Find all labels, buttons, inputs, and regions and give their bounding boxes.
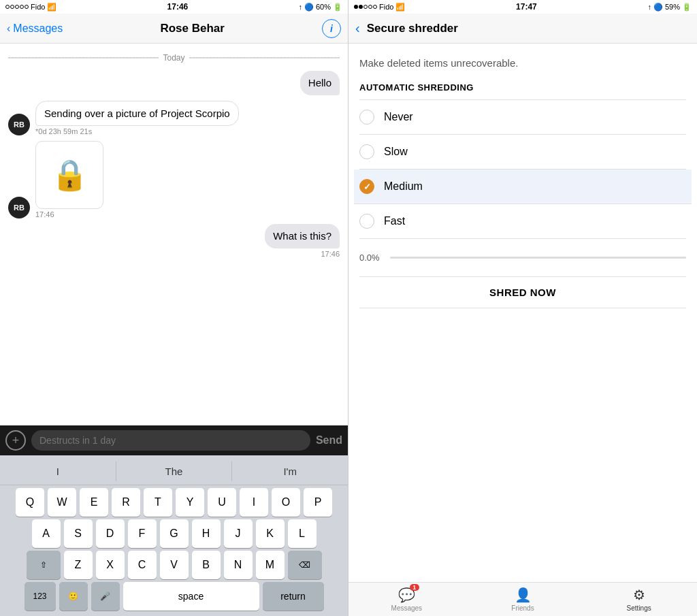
key-i[interactable]: I xyxy=(240,488,268,517)
key-t[interactable]: T xyxy=(144,488,172,517)
key-n[interactable]: N xyxy=(224,551,253,579)
avatar: RB xyxy=(8,197,30,218)
option-label-slow: Slow xyxy=(384,146,408,158)
arrow-icon: ↑ xyxy=(298,3,302,11)
subtitle: Make deleted items unrecoverable. xyxy=(359,57,686,69)
key-k[interactable]: K xyxy=(256,519,285,548)
key-f[interactable]: F xyxy=(128,519,157,548)
battery-pct: 60% xyxy=(316,3,331,11)
key-z[interactable]: Z xyxy=(64,551,93,579)
key-v[interactable]: V xyxy=(160,551,189,579)
left-time: 17:46 xyxy=(167,2,189,12)
table-row: Hello xyxy=(8,71,340,95)
wifi-icon: 📶 xyxy=(47,3,56,12)
key-b[interactable]: B xyxy=(192,551,221,579)
mic-key[interactable]: 🎤 xyxy=(91,582,120,611)
avatar: RB xyxy=(8,114,30,135)
info-button[interactable]: i xyxy=(322,19,341,38)
key-w[interactable]: W xyxy=(48,488,76,517)
left-status-right: ↑ 🔵 60% 🔋 xyxy=(298,3,342,12)
key-g[interactable]: G xyxy=(160,519,189,548)
date-label: Today xyxy=(8,53,340,63)
key-q[interactable]: Q xyxy=(16,488,44,517)
dot4 xyxy=(20,5,24,9)
tab-settings[interactable]: ⚙ Settings xyxy=(581,587,697,612)
dot1 xyxy=(354,5,358,9)
left-panel: Fido 📶 17:46 ↑ 🔵 60% 🔋 ‹ Messages Rose B… xyxy=(0,0,348,616)
key-h[interactable]: H xyxy=(192,519,221,548)
right-status-bar: Fido 📶 17:47 ↑ 🔵 59% 🔋 xyxy=(348,0,697,14)
emoji-key[interactable]: 🙂 xyxy=(59,582,88,611)
dot1 xyxy=(5,5,10,9)
option-never[interactable]: Never xyxy=(359,100,686,135)
suggestion-im[interactable]: I'm xyxy=(232,461,348,481)
shift-key[interactable]: ⇧ xyxy=(27,551,61,579)
table-row: RB Sending over a picture of Project Sco… xyxy=(8,101,340,136)
message-bubble: Hello xyxy=(300,71,340,95)
key-o[interactable]: O xyxy=(272,488,300,517)
delete-key[interactable]: ⌫ xyxy=(288,551,322,579)
left-status-left: Fido 📶 xyxy=(5,3,56,12)
table-row: What is this? 17:46 xyxy=(8,224,340,258)
dot2 xyxy=(10,5,14,9)
chat-area: Today Hello RB Sending over a picture of… xyxy=(0,44,348,425)
plus-button[interactable]: + xyxy=(5,430,26,451)
progress-label: 0.0% xyxy=(359,253,383,263)
right-status-left: Fido 📶 xyxy=(354,3,405,12)
suggestion-i[interactable]: I xyxy=(0,461,116,481)
tab-messages[interactable]: 💬 1 Messages xyxy=(348,587,465,612)
right-back-button[interactable]: ‹ xyxy=(355,20,360,36)
option-label-medium: Medium xyxy=(384,180,423,193)
friends-tab-label: Friends xyxy=(511,604,534,612)
tab-friends[interactable]: 👤 Friends xyxy=(465,587,581,612)
option-medium[interactable]: Medium xyxy=(354,169,692,204)
key-j[interactable]: J xyxy=(224,519,253,548)
dot3 xyxy=(363,5,368,9)
lock-image-bubble: 🔒 xyxy=(35,141,103,209)
option-fast[interactable]: Fast xyxy=(359,204,686,239)
key-l[interactable]: L xyxy=(288,519,317,548)
key-x[interactable]: X xyxy=(96,551,125,579)
key-c[interactable]: C xyxy=(128,551,157,579)
messages-tab-label: Messages xyxy=(391,604,423,612)
suggestion-the[interactable]: The xyxy=(116,461,233,481)
key-r[interactable]: R xyxy=(112,488,140,517)
message-input[interactable] xyxy=(31,430,310,451)
message-meta: *0d 23h 59m 21s xyxy=(35,127,239,135)
key-a[interactable]: A xyxy=(32,519,61,548)
right-nav-title: Secure shredder xyxy=(367,22,458,35)
space-key[interactable]: space xyxy=(123,582,259,611)
key-p[interactable]: P xyxy=(304,488,332,517)
key-s[interactable]: S xyxy=(64,519,93,548)
settings-tab-icon: ⚙ xyxy=(633,587,645,603)
return-key[interactable]: return xyxy=(263,582,324,611)
right-arrow-icon: ↑ xyxy=(647,3,651,11)
key-e[interactable]: E xyxy=(80,488,108,517)
key-d[interactable]: D xyxy=(96,519,125,548)
key-m[interactable]: M xyxy=(256,551,285,579)
message-time: 17:46 xyxy=(35,210,103,218)
option-label-never: Never xyxy=(384,111,413,123)
back-label: Messages xyxy=(13,22,63,35)
message-bubble: Sending over a picture of Project Scorpi… xyxy=(35,101,239,127)
right-signal-dots xyxy=(354,5,377,9)
right-wifi-icon: 📶 xyxy=(395,3,405,12)
settings-tab-label: Settings xyxy=(627,604,651,612)
send-button[interactable]: Send xyxy=(316,434,342,447)
key-u[interactable]: U xyxy=(208,488,236,517)
chevron-left-icon: ‹ xyxy=(7,22,10,35)
right-time: 17:47 xyxy=(516,2,537,12)
right-bluetooth-icon: 🔵 xyxy=(653,3,663,12)
signal-dots xyxy=(5,5,29,9)
input-bar: + Send xyxy=(0,425,348,455)
back-button[interactable]: ‹ Messages xyxy=(7,22,63,35)
numbers-key[interactable]: 123 xyxy=(25,582,56,611)
chat-title: Rose Behar xyxy=(160,22,224,35)
battery-icon: 🔋 xyxy=(333,3,342,12)
option-slow[interactable]: Slow xyxy=(359,135,686,169)
left-carrier: Fido xyxy=(31,3,45,11)
dot5 xyxy=(373,5,377,9)
key-y[interactable]: Y xyxy=(176,488,204,517)
shred-now-button[interactable]: SHRED NOW xyxy=(359,276,686,308)
radio-fast xyxy=(359,214,374,229)
